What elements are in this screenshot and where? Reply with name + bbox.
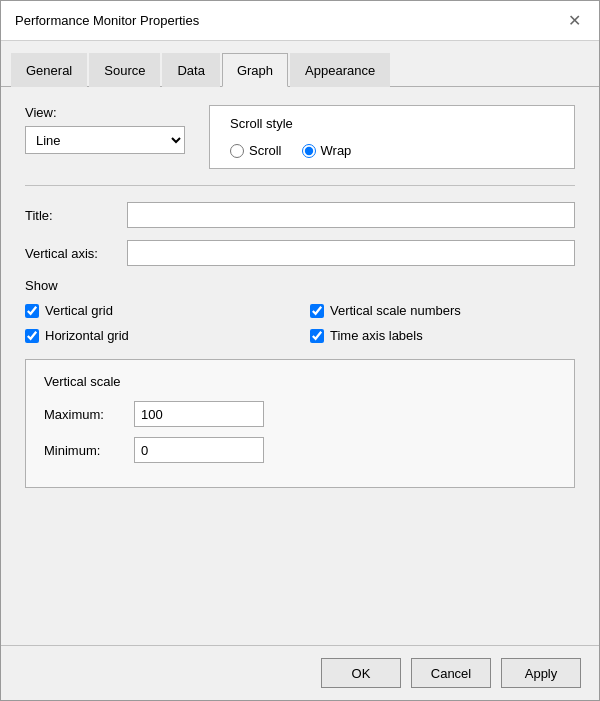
cancel-button[interactable]: Cancel [411, 658, 491, 688]
vertical-scale-checkbox[interactable] [310, 304, 324, 318]
vertical-scale-label: Vertical scale numbers [330, 303, 461, 318]
show-label: Show [25, 278, 575, 293]
dialog-title: Performance Monitor Properties [15, 13, 199, 28]
vertical-axis-input[interactable] [127, 240, 575, 266]
tab-content-graph: View: Line Histogram Bar Report Scroll s… [1, 87, 599, 645]
footer: OK Cancel Apply [1, 645, 599, 700]
scroll-radio-item[interactable]: Scroll [230, 143, 282, 158]
time-axis-checkbox[interactable] [310, 329, 324, 343]
wrap-radio[interactable] [302, 144, 316, 158]
scroll-radio[interactable] [230, 144, 244, 158]
maximum-input[interactable] [134, 401, 264, 427]
title-field-row: Title: [25, 202, 575, 228]
view-select[interactable]: Line Histogram Bar Report [25, 126, 185, 154]
scroll-radio-row: Scroll Wrap [230, 143, 554, 158]
wrap-label: Wrap [321, 143, 352, 158]
vertical-axis-field-row: Vertical axis: [25, 240, 575, 266]
title-input[interactable] [127, 202, 575, 228]
vertical-grid-item[interactable]: Vertical grid [25, 303, 290, 318]
time-axis-label: Time axis labels [330, 328, 423, 343]
horizontal-grid-item[interactable]: Horizontal grid [25, 328, 290, 343]
vertical-axis-label: Vertical axis: [25, 246, 115, 261]
close-icon: ✕ [568, 13, 581, 29]
wrap-radio-item[interactable]: Wrap [302, 143, 352, 158]
horizontal-grid-label: Horizontal grid [45, 328, 129, 343]
vertical-scale-box: Vertical scale Maximum: Minimum: [25, 359, 575, 488]
maximum-row: Maximum: [44, 401, 556, 427]
minimum-row: Minimum: [44, 437, 556, 463]
minimum-label: Minimum: [44, 443, 124, 458]
maximum-label: Maximum: [44, 407, 124, 422]
scroll-label: Scroll [249, 143, 282, 158]
tab-appearance[interactable]: Appearance [290, 53, 390, 87]
vertical-scale-title: Vertical scale [44, 374, 556, 389]
ok-button[interactable]: OK [321, 658, 401, 688]
tab-data[interactable]: Data [162, 53, 219, 87]
dialog: Performance Monitor Properties ✕ General… [0, 0, 600, 701]
tab-graph[interactable]: Graph [222, 53, 288, 87]
view-label: View: [25, 105, 185, 120]
view-section: View: Line Histogram Bar Report [25, 105, 185, 154]
time-axis-item[interactable]: Time axis labels [310, 328, 575, 343]
show-section: Show Vertical grid Vertical scale number… [25, 278, 575, 343]
horizontal-grid-checkbox[interactable] [25, 329, 39, 343]
tab-source[interactable]: Source [89, 53, 160, 87]
vertical-grid-label: Vertical grid [45, 303, 113, 318]
scroll-style-label: Scroll style [230, 116, 554, 131]
tab-general[interactable]: General [11, 53, 87, 87]
vertical-scale-item[interactable]: Vertical scale numbers [310, 303, 575, 318]
checkbox-grid: Vertical grid Vertical scale numbers Hor… [25, 303, 575, 343]
title-bar: Performance Monitor Properties ✕ [1, 1, 599, 41]
scroll-style-section: Scroll style Scroll Wrap [209, 105, 575, 169]
close-button[interactable]: ✕ [563, 10, 585, 32]
scroll-style-box: Scroll style Scroll Wrap [209, 105, 575, 169]
tabs-bar: General Source Data Graph Appearance [1, 41, 599, 87]
vertical-grid-checkbox[interactable] [25, 304, 39, 318]
apply-button[interactable]: Apply [501, 658, 581, 688]
minimum-input[interactable] [134, 437, 264, 463]
divider-1 [25, 185, 575, 186]
title-label: Title: [25, 208, 115, 223]
view-scroll-row: View: Line Histogram Bar Report Scroll s… [25, 105, 575, 169]
